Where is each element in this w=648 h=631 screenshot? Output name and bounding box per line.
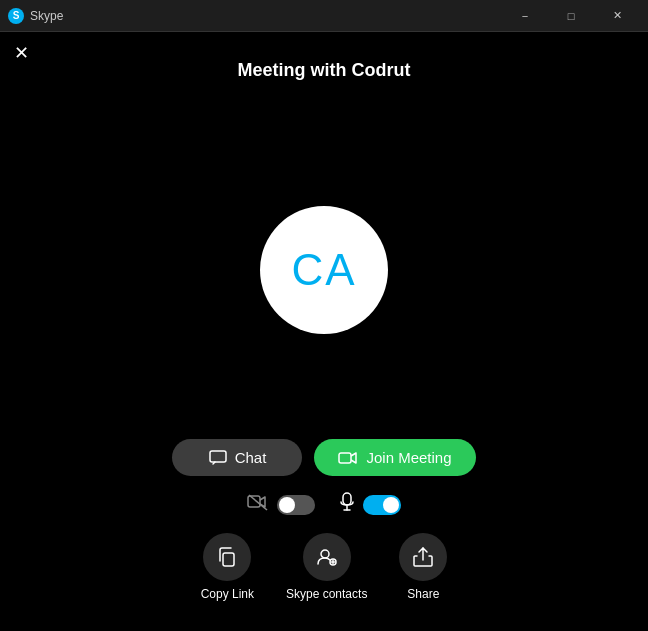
title-bar-left: S Skype [8, 8, 63, 24]
controls-section: Chat Join Meeting [172, 439, 475, 631]
avatar-initials: CA [291, 245, 356, 295]
join-meeting-button[interactable]: Join Meeting [314, 439, 475, 476]
video-off-icon [247, 493, 269, 516]
title-bar: S Skype − □ ✕ [0, 0, 648, 32]
svg-rect-7 [223, 553, 234, 566]
window-controls: − □ ✕ [502, 0, 640, 32]
copy-link-label: Copy Link [201, 587, 254, 601]
skype-contacts-action[interactable]: Skype contacts [286, 533, 367, 601]
copy-link-action[interactable]: Copy Link [201, 533, 254, 601]
skype-contacts-icon-circle [303, 533, 351, 581]
skype-logo-icon: S [8, 8, 24, 24]
action-buttons-row: Chat Join Meeting [172, 439, 475, 476]
meeting-title: Meeting with Codrut [238, 60, 411, 81]
svg-rect-0 [210, 451, 226, 462]
svg-point-8 [321, 550, 329, 558]
share-icon [412, 546, 434, 568]
mic-toggle-knob [383, 497, 399, 513]
main-content: ✕ Meeting with Codrut CA Chat [0, 32, 648, 631]
svg-rect-2 [248, 496, 260, 507]
avatar-area: CA [260, 101, 388, 439]
app-title: Skype [30, 9, 63, 23]
svg-rect-4 [343, 493, 351, 505]
video-toggle-knob [279, 497, 295, 513]
maximize-button[interactable]: □ [548, 0, 594, 32]
minimize-button[interactable]: − [502, 0, 548, 32]
bottom-actions-row: Copy Link Skype contacts [201, 533, 448, 601]
video-icon [338, 451, 358, 465]
svg-rect-1 [339, 453, 351, 463]
toggle-row [247, 492, 401, 517]
share-icon-circle [399, 533, 447, 581]
chat-button[interactable]: Chat [172, 439, 302, 476]
chat-button-label: Chat [235, 449, 267, 466]
skype-contacts-label: Skype contacts [286, 587, 367, 601]
share-action[interactable]: Share [399, 533, 447, 601]
join-meeting-button-label: Join Meeting [366, 449, 451, 466]
back-close-button[interactable]: ✕ [14, 44, 29, 62]
skype-contacts-icon [316, 546, 338, 568]
mic-toggle-switch[interactable] [363, 495, 401, 515]
mic-icon [339, 492, 355, 517]
video-toggle-switch[interactable] [277, 495, 315, 515]
chat-icon [209, 450, 227, 466]
mic-toggle-item [339, 492, 401, 517]
video-toggle-item [247, 493, 315, 516]
avatar: CA [260, 206, 388, 334]
copy-link-icon-circle [203, 533, 251, 581]
share-label: Share [407, 587, 439, 601]
copy-link-icon [216, 546, 238, 568]
window-close-button[interactable]: ✕ [594, 0, 640, 32]
